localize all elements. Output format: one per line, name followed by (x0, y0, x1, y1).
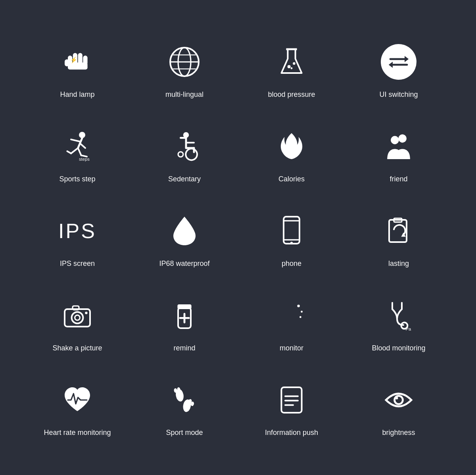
feature-blood-monitoring: Pa Blood monitoring (345, 280, 452, 364)
flame-icon (272, 127, 311, 166)
medicine-icon (165, 296, 204, 335)
svg-point-51 (85, 312, 87, 314)
stethoscope-icon: Pa (379, 296, 418, 335)
feature-ui-switching: UI switching (345, 26, 452, 111)
svg-point-36 (178, 152, 183, 157)
ips-icon: IPS (58, 211, 97, 251)
remind-label: remind (173, 344, 195, 352)
feature-remind: remind (131, 280, 238, 364)
svg-text:steps: steps (79, 157, 90, 162)
wheelchair-icon (165, 127, 204, 166)
svg-point-58 (299, 316, 301, 318)
feature-hand-lamp: ⚡ Hand lamp (24, 26, 131, 111)
svg-line-26 (67, 151, 71, 154)
ui-switching-label: UI switching (379, 90, 418, 99)
battery-icon (379, 211, 418, 251)
feature-friend: friend (345, 111, 452, 195)
ips-screen-label: IPS screen (60, 260, 95, 268)
svg-point-14 (288, 65, 291, 68)
feature-phone: phone (238, 195, 345, 280)
svg-rect-5 (65, 60, 69, 67)
friend-label: friend (390, 175, 407, 183)
svg-point-43 (290, 242, 293, 244)
blood-pressure-label: blood pressure (268, 90, 315, 99)
svg-rect-53 (177, 304, 191, 309)
feature-info-push: Information push (238, 364, 345, 449)
feature-ip68-waterproof: IP68 waterproof (131, 195, 238, 280)
feature-sport-mode: Sport mode (131, 364, 238, 449)
svg-rect-4 (68, 63, 88, 70)
ip68-waterproof-label: IP68 waterproof (159, 260, 209, 268)
lasting-label: lasting (388, 260, 409, 268)
switch-icon (379, 42, 418, 82)
heart-rate-icon (58, 380, 97, 420)
svg-point-35 (186, 149, 197, 160)
sedentary-label: Sedentary (168, 175, 201, 183)
svg-point-75 (395, 397, 398, 399)
svg-rect-50 (73, 306, 79, 310)
calories-label: Calories (278, 175, 305, 183)
feature-sports-step: steps Sports step (24, 111, 131, 195)
friends-icon (379, 127, 418, 166)
sports-step-label: Sports step (59, 175, 95, 183)
info-push-label: Information push (265, 429, 318, 437)
svg-line-24 (80, 143, 85, 148)
water-drop-icon (165, 211, 204, 251)
features-grid: ⚡ Hand lamp multi-lingual (0, 10, 476, 465)
hand-lamp-icon: ⚡ (58, 42, 97, 82)
feature-blood-pressure: blood pressure (238, 26, 345, 111)
svg-line-23 (71, 139, 81, 142)
feature-brightness: brightness (345, 364, 452, 449)
svg-line-27 (78, 148, 81, 155)
svg-point-48 (72, 312, 83, 323)
svg-marker-12 (281, 49, 301, 73)
feature-ips-screen: IPS IPS screen (24, 195, 131, 280)
eye-icon (379, 380, 418, 420)
feature-shake-picture: Shake a picture (24, 280, 131, 364)
sport-mode-label: Sport mode (166, 429, 203, 437)
svg-text:Pa: Pa (406, 327, 411, 331)
running-icon: steps (58, 127, 97, 166)
flask-icon (272, 42, 311, 82)
monitor-label: monitor (280, 344, 303, 352)
feature-heart-rate: Heart rate monitoring (24, 364, 131, 449)
svg-line-25 (71, 148, 78, 154)
brightness-label: brightness (382, 429, 415, 437)
multi-lingual-label: multi-lingual (165, 90, 203, 99)
svg-point-57 (301, 311, 303, 313)
svg-point-56 (297, 305, 299, 307)
blood-monitoring-label: Blood monitoring (372, 344, 425, 352)
info-icon (272, 380, 311, 420)
feature-multi-lingual: multi-lingual (131, 26, 238, 111)
footprints-icon (165, 380, 204, 420)
svg-marker-18 (405, 56, 409, 62)
heart-rate-label: Heart rate monitoring (44, 429, 111, 437)
camera-icon (58, 296, 97, 335)
svg-text:⚡: ⚡ (70, 56, 77, 63)
svg-point-39 (391, 136, 399, 144)
feature-lasting: lasting (345, 195, 452, 280)
hand-lamp-label: Hand lamp (60, 90, 94, 99)
svg-point-49 (75, 315, 80, 320)
svg-rect-44 (389, 220, 407, 242)
moon-icon (272, 296, 311, 335)
svg-point-16 (291, 67, 293, 69)
shake-picture-label: Shake a picture (52, 344, 102, 352)
svg-marker-20 (389, 62, 393, 68)
svg-line-28 (81, 155, 87, 156)
phone-icon (272, 211, 311, 251)
svg-point-38 (398, 135, 407, 143)
svg-point-15 (293, 62, 295, 65)
globe-icon (165, 42, 204, 82)
feature-calories: Calories (238, 111, 345, 195)
phone-label: phone (282, 260, 301, 268)
feature-monitor: monitor (238, 280, 345, 364)
feature-sedentary: Sedentary (131, 111, 238, 195)
